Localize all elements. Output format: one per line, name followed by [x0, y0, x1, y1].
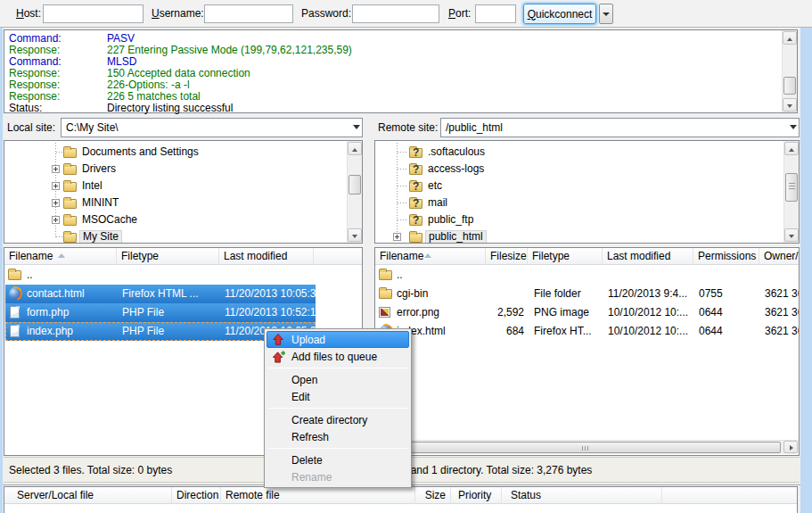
file-row-selected[interactable]: form.php PHP File 11/20/2013 10:52:1...: [5, 303, 316, 322]
column-header-owner[interactable]: Owner/: [759, 248, 799, 265]
scroll-up-button[interactable]: [784, 142, 799, 155]
folder-icon: [379, 270, 392, 280]
png-image-icon: [379, 307, 390, 318]
message-log: Command:PASV Response:227 Entering Passi…: [4, 29, 798, 113]
tree-item[interactable]: mail: [375, 194, 783, 211]
menu-item-refresh[interactable]: Refresh: [267, 428, 409, 445]
remote-tree: .softaculous access-logs etc mail public…: [374, 140, 800, 244]
password-input[interactable]: [352, 4, 439, 23]
column-header-filename[interactable]: Filename: [375, 248, 486, 265]
menu-item-create-directory[interactable]: Create directory: [267, 411, 409, 428]
host-input[interactable]: [43, 4, 144, 23]
local-tree-scrollbar[interactable]: [347, 141, 362, 243]
folder-icon: [379, 289, 392, 299]
column-header-filesize[interactable]: Filesize: [486, 248, 528, 265]
tree-item[interactable]: Drivers: [4, 161, 346, 178]
remote-file-list: Filename Filesize Filetype Last modified…: [374, 247, 800, 456]
folder-icon: [63, 165, 77, 175]
column-header-priority[interactable]: Priority: [451, 487, 502, 504]
menu-item-add-files-to-queue[interactable]: Add files to queue: [267, 348, 409, 365]
tree-item[interactable]: etc: [375, 178, 783, 194]
folder-icon: [63, 216, 77, 226]
remote-site-combo[interactable]: /public_html: [440, 118, 800, 137]
menu-item-upload[interactable]: Upload: [267, 331, 409, 348]
menu-separator: [268, 408, 407, 409]
tree-item[interactable]: MSOCache: [4, 211, 346, 228]
menu-item-delete[interactable]: Delete: [267, 451, 409, 468]
question-folder-icon: [409, 182, 422, 192]
scroll-up-button[interactable]: [348, 142, 362, 155]
scroll-down-button[interactable]: [348, 228, 362, 242]
quickconnect-dropdown-button[interactable]: [599, 4, 613, 24]
column-header-direction[interactable]: Direction: [172, 487, 221, 504]
column-header-filename[interactable]: Filename: [4, 248, 117, 265]
log-scrollbar[interactable]: [782, 30, 797, 112]
expand-plus-icon[interactable]: [52, 199, 60, 207]
scrollbar-thumb[interactable]: [349, 175, 361, 194]
scrollbar-thumb[interactable]: [785, 173, 798, 202]
tree-item[interactable]: public_ftp: [375, 211, 783, 228]
column-header-modified[interactable]: Last modified: [603, 248, 693, 265]
remote-status-bar: 2 files and 1 directory. Total size: 3,2…: [374, 457, 800, 483]
menu-item-open[interactable]: Open: [267, 371, 409, 388]
port-input[interactable]: [475, 4, 516, 23]
upload-arrow-icon: [272, 333, 291, 347]
chevron-down-icon[interactable]: [353, 125, 360, 133]
expand-plus-icon[interactable]: [52, 216, 60, 224]
transfer-queue: Server/Local file Direction Remote file …: [4, 486, 798, 513]
menu-separator: [268, 448, 407, 449]
tree-item-partial: [4, 241, 346, 244]
column-header-modified[interactable]: Last modified: [219, 248, 314, 265]
remote-tree-scrollbar[interactable]: [783, 141, 799, 243]
file-row[interactable]: index.html 684 Firefox HT... 10/10/2012 …: [376, 322, 799, 341]
menu-separator: [268, 368, 407, 368]
window-edge: [0, 28, 3, 513]
file-row[interactable]: error.png 2,592 PNG image 10/10/2012 10:…: [376, 303, 799, 322]
column-header-filetype[interactable]: Filetype: [117, 248, 219, 265]
scroll-down-button[interactable]: [783, 98, 797, 112]
column-header-filetype[interactable]: Filetype: [528, 248, 603, 265]
question-folder-icon: [409, 148, 422, 158]
queue-header: Server/Local file Direction Remote file …: [4, 487, 797, 504]
scroll-down-button[interactable]: [784, 228, 799, 242]
scroll-up-button[interactable]: [783, 31, 797, 45]
column-header-remote-file[interactable]: Remote file: [221, 487, 415, 504]
tree-item[interactable]: Documents and Settings: [4, 144, 346, 161]
local-site-label: Local site:: [7, 121, 55, 134]
question-folder-icon: [409, 199, 422, 209]
tree-item[interactable]: .softaculous: [375, 144, 783, 161]
local-site-combo[interactable]: C:\My Site\: [61, 118, 363, 137]
menu-item-edit[interactable]: Edit: [267, 388, 409, 405]
folder-icon: [63, 148, 77, 158]
folder-icon: [63, 199, 77, 209]
column-header-size[interactable]: Size: [415, 487, 451, 504]
column-header-permissions[interactable]: Permissions: [693, 248, 759, 265]
file-row[interactable]: ..: [376, 266, 799, 285]
file-row[interactable]: ..: [5, 266, 316, 285]
tree-item[interactable]: Intel: [4, 178, 346, 194]
column-header-status[interactable]: Status: [502, 487, 662, 504]
chevron-down-icon[interactable]: [790, 125, 797, 133]
local-file-list-header: Filename Filetype Last modified: [4, 248, 362, 265]
quickconnect-button[interactable]: Quickconnect: [523, 4, 596, 24]
file-row[interactable]: cgi-bin File folder 11/20/2013 9:4... 07…: [376, 285, 799, 303]
remote-site-label: Remote site:: [378, 121, 438, 134]
context-menu: Upload Add files to queue Open Edit Crea…: [264, 328, 412, 488]
tree-item[interactable]: access-logs: [375, 161, 783, 178]
tree-item[interactable]: MININT: [4, 194, 346, 211]
scroll-right-button[interactable]: [783, 441, 798, 453]
file-row-selected[interactable]: contact.html Firefox HTML ... 11/20/2013…: [5, 285, 316, 303]
remote-horizontal-scrollbar[interactable]: [375, 440, 799, 454]
host-label: Host:: [16, 7, 41, 20]
file-icon: [10, 325, 20, 337]
expand-plus-icon[interactable]: [393, 233, 401, 241]
scrollbar-thumb[interactable]: [783, 77, 796, 95]
username-input[interactable]: [204, 4, 293, 23]
expand-plus-icon[interactable]: [52, 165, 60, 173]
column-header-server-local-file[interactable]: Server/Local file: [4, 487, 172, 504]
expand-plus-icon[interactable]: [52, 182, 60, 190]
username-label: Username:: [152, 7, 204, 20]
sort-asc-icon: [424, 250, 431, 258]
menu-item-rename: Rename: [267, 468, 409, 485]
scrollbar-thumb[interactable]: [391, 442, 781, 453]
